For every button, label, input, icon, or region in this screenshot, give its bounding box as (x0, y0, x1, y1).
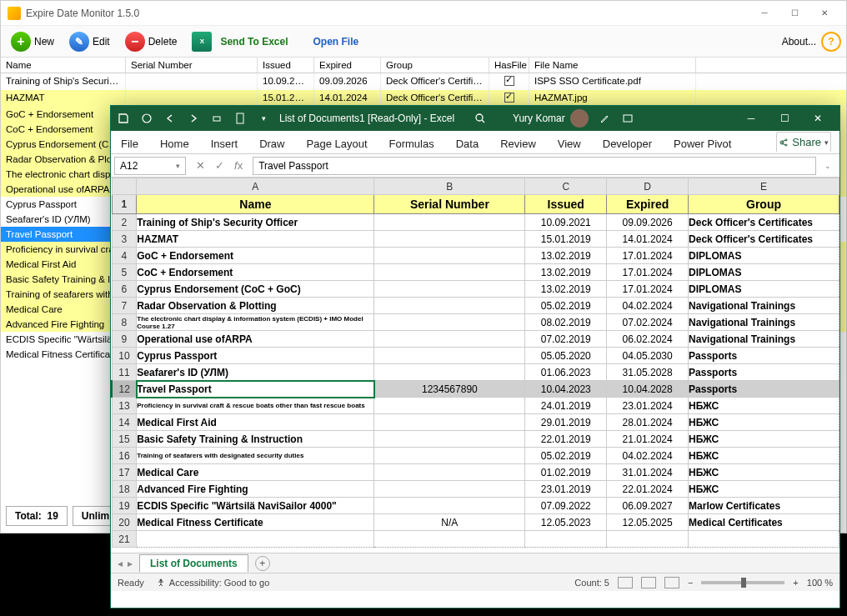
row-header-11[interactable]: 11 (112, 364, 137, 381)
col-header-E[interactable]: E (689, 178, 839, 195)
col-header-D[interactable]: D (607, 178, 689, 195)
row-header-12[interactable]: 12 (112, 381, 137, 398)
view-layout-icon[interactable] (641, 577, 656, 588)
formula-input[interactable]: Travel Passport (253, 157, 816, 175)
col-expired[interactable]: Expired (314, 58, 381, 73)
row-header-7[interactable]: 7 (112, 298, 137, 314)
row-header-3[interactable]: 3 (112, 231, 137, 248)
new-button[interactable]: +New (6, 30, 59, 53)
col-serial[interactable]: Serial Number (126, 58, 258, 73)
row-header-5[interactable]: 5 (112, 264, 137, 281)
fx-icon[interactable]: fx (234, 159, 243, 172)
excel-close-button[interactable]: ✕ (801, 107, 834, 130)
ribbon-tab-page-layout[interactable]: Page Layout (305, 134, 369, 153)
col-header-B[interactable]: B (374, 178, 525, 195)
svg-point-6 (159, 578, 162, 581)
accept-icon[interactable]: ✓ (215, 159, 224, 172)
row-header-15[interactable]: 15 (112, 431, 137, 448)
close-button[interactable]: ✕ (809, 3, 839, 23)
row-header-18[interactable]: 18 (112, 481, 137, 498)
row-header-9[interactable]: 9 (112, 331, 137, 348)
edit-button[interactable]: ✎Edit (64, 30, 115, 53)
share-button[interactable]: Share▾ (776, 132, 831, 152)
zoom-slider[interactable] (701, 581, 784, 584)
search-icon[interactable] (473, 111, 488, 126)
col-header-C[interactable]: C (525, 178, 607, 195)
row-header-1[interactable]: 1 (112, 195, 137, 214)
excel-titlebar[interactable]: ▾ List of Documents1 [Read-Only] - Excel… (111, 106, 839, 131)
redo-icon[interactable] (186, 111, 201, 126)
cancel-icon[interactable]: ✕ (196, 159, 205, 172)
monitor-titlebar[interactable]: Expire Date Monitor 1.5.0 ─ ☐ ✕ (1, 1, 846, 26)
row-header-20[interactable]: 20 (112, 514, 137, 531)
undo-icon[interactable] (163, 111, 178, 126)
col-hasfile[interactable]: HasFile (489, 58, 529, 73)
row-header-8[interactable]: 8 (112, 314, 137, 331)
ribbon-tab-draw[interactable]: Draw (258, 134, 286, 153)
doc-icon[interactable] (233, 111, 248, 126)
tab-next-icon[interactable]: ▸ (128, 558, 133, 569)
ribbon-tab-view[interactable]: View (556, 134, 583, 153)
excel-doc-title: List of Documents1 [Read-Only] - Excel (279, 113, 454, 124)
row-header-19[interactable]: 19 (112, 498, 137, 514)
row-header-16[interactable]: 16 (112, 448, 137, 464)
expand-formula-icon[interactable]: ⌄ (819, 162, 836, 170)
row-header-10[interactable]: 10 (112, 348, 137, 364)
add-sheet-button[interactable]: + (255, 556, 270, 571)
name-box[interactable]: A12 (114, 157, 186, 175)
print-icon[interactable] (209, 111, 224, 126)
pen-icon[interactable] (597, 111, 612, 126)
col-header-A[interactable]: A (137, 178, 374, 195)
view-normal-icon[interactable] (618, 577, 633, 588)
worksheet-grid[interactable]: ABCDE1NameSerial NumberIssuedExpiredGrou… (111, 178, 839, 553)
svg-rect-2 (237, 113, 243, 123)
row-header-6[interactable]: 6 (112, 281, 137, 298)
row-header-17[interactable]: 17 (112, 464, 137, 481)
save-icon[interactable] (116, 111, 131, 126)
ribbon-tab-insert[interactable]: Insert (209, 134, 240, 153)
row-header-14[interactable]: 14 (112, 414, 137, 431)
zoom-level[interactable]: 100 % (807, 578, 833, 588)
tab-prev-icon[interactable]: ◂ (118, 558, 123, 569)
ribbon-tab-developer[interactable]: Developer (601, 134, 654, 153)
maximize-button[interactable]: ☐ (779, 3, 809, 23)
col-filename[interactable]: File Name (529, 58, 696, 73)
row-header-2[interactable]: 2 (112, 214, 137, 231)
help-button[interactable]: ? (821, 32, 841, 52)
row-header-21[interactable]: 21 (112, 531, 137, 548)
col-issued[interactable]: Issued (258, 58, 314, 73)
send-to-excel-button[interactable]: XSend To Excel (187, 30, 298, 53)
ribbon-tab-formulas[interactable]: Formulas (388, 134, 436, 153)
ribbon-tab-file[interactable]: File (119, 134, 140, 153)
user-account[interactable]: Yury Komar (513, 109, 589, 128)
open-file-button[interactable]: Open File (303, 34, 369, 49)
ribbon-tab-data[interactable]: Data (454, 134, 480, 153)
view-break-icon[interactable] (664, 577, 679, 588)
zoom-out-button[interactable]: − (688, 578, 693, 588)
col-name[interactable]: Name (1, 58, 126, 73)
sheet-tabs: ◂▸ List of Documents + (111, 553, 839, 573)
sheet-tab[interactable]: List of Documents (139, 554, 248, 572)
ribbon-tab-home[interactable]: Home (158, 134, 191, 153)
ribbon-mode-icon[interactable] (620, 111, 635, 126)
excel-minimize-button[interactable]: ─ (734, 107, 768, 130)
svg-rect-1 (213, 117, 220, 121)
delete-button[interactable]: −Delete (120, 30, 183, 53)
grid-row[interactable]: Training of Ship's Security O...10.09.20… (1, 73, 846, 90)
app-icon (8, 7, 21, 20)
about-link[interactable]: About... (782, 36, 816, 48)
excel-maximize-button[interactable]: ☐ (768, 107, 801, 130)
minimize-button[interactable]: ─ (749, 3, 779, 23)
avatar (570, 109, 589, 128)
formula-bar: A12 ✕✓fx Travel Passport ⌄ (111, 154, 839, 178)
grid-row[interactable]: HAZMAT15.01.201914.01.2024Deck Officer's… (1, 90, 846, 107)
col-group[interactable]: Group (381, 58, 489, 73)
qat-customize-icon[interactable]: ▾ (256, 111, 271, 126)
row-header-4[interactable]: 4 (112, 248, 137, 264)
row-header-13[interactable]: 13 (112, 398, 137, 414)
ribbon-tab-power-pivot[interactable]: Power Pivot (672, 134, 733, 153)
ribbon-tab-review[interactable]: Review (499, 134, 538, 153)
zoom-in-button[interactable]: + (793, 578, 798, 588)
autosave-icon[interactable] (139, 111, 154, 126)
accessibility-status[interactable]: Accessibility: Good to go (156, 578, 269, 588)
